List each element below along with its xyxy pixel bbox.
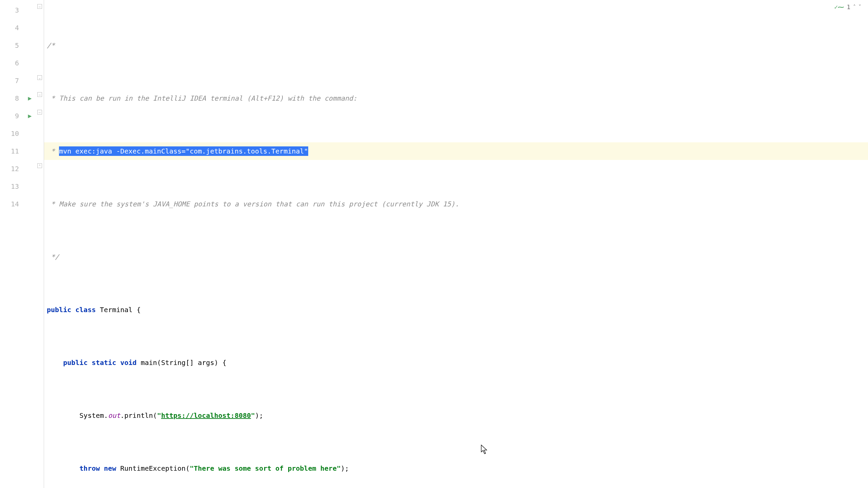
fold-toggle-icon[interactable]: – bbox=[37, 4, 42, 9]
code-line: public class Terminal { bbox=[47, 301, 868, 319]
run-gutter: ▶ ▶ bbox=[24, 0, 36, 488]
chevron-down-icon[interactable]: ˅ bbox=[859, 4, 861, 10]
code-line: public static void main(String[] args) { bbox=[47, 354, 868, 371]
run-method-icon[interactable]: ▶ bbox=[24, 107, 36, 125]
problem-count: 1 bbox=[847, 3, 850, 11]
checkmark-icon: ✓⁓ bbox=[834, 3, 844, 11]
run-class-icon[interactable]: ▶ bbox=[24, 89, 36, 107]
code-line: throw new RuntimeException("There was so… bbox=[47, 460, 868, 477]
line-number-gutter: 3 4 5 6 7 8 9 10 11 12 13 14 bbox=[0, 0, 24, 488]
code-line: * Make sure the system's JAVA_HOME point… bbox=[47, 195, 868, 213]
code-text-area[interactable]: /* * This can be run in the IntelliJ IDE… bbox=[44, 0, 868, 488]
fold-toggle-icon[interactable]: – bbox=[37, 110, 42, 115]
inspection-widget[interactable]: ✓⁓ 1 ˄ ˅ bbox=[834, 3, 861, 11]
code-line: /* bbox=[47, 37, 868, 54]
code-line-selected: * mvn exec:java -Dexec.mainClass="com.je… bbox=[44, 142, 868, 160]
fold-toggle-icon[interactable]: ⌄ bbox=[37, 75, 42, 80]
fold-toggle-icon[interactable]: – bbox=[37, 92, 42, 97]
chevron-up-icon[interactable]: ˄ bbox=[853, 4, 856, 10]
code-line: */ bbox=[47, 248, 868, 266]
code-line: * This can be run in the IntelliJ IDEA t… bbox=[47, 89, 868, 107]
code-editor[interactable]: 3 4 5 6 7 8 9 10 11 12 13 14 ▶ ▶ – ⌄ – –… bbox=[0, 0, 868, 488]
code-line: System.out.println("https://localhost:80… bbox=[47, 407, 868, 424]
fold-gutter: – ⌄ – – ⌃ bbox=[36, 0, 44, 488]
fold-toggle-icon[interactable]: ⌃ bbox=[37, 163, 42, 168]
